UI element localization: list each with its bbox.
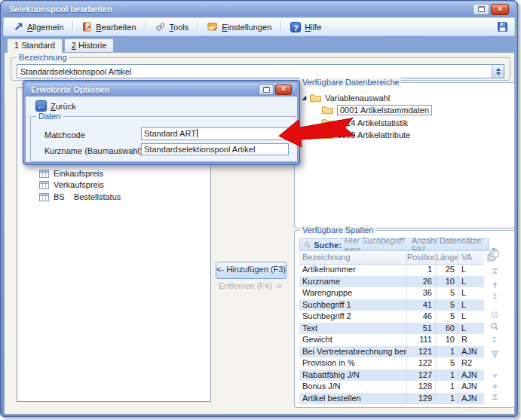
cell-pos[interactable]: 46	[407, 311, 436, 323]
close-button[interactable]: ×	[491, 4, 509, 15]
spinner-button[interactable]	[492, 65, 504, 78]
cell-len[interactable]: 5	[436, 299, 458, 311]
cell-va[interactable]: AJN	[458, 346, 484, 358]
cell-pos[interactable]: 122	[407, 357, 436, 369]
cell-va[interactable]: AJN	[458, 381, 484, 393]
cell-va[interactable]: L	[458, 311, 484, 323]
bezeichnung-combobox[interactable]: Standardselektionspool Artikel	[17, 64, 504, 78]
filter-icon[interactable]	[488, 348, 501, 359]
table-row[interactable]: Text5160L	[299, 323, 484, 335]
group-icon[interactable]: (|)	[488, 309, 501, 320]
table-row[interactable]: Bonus J/N1281AJN	[299, 381, 484, 393]
dialog-restore-button[interactable]	[259, 84, 274, 95]
save-button[interactable]	[497, 21, 508, 32]
cell-pos[interactable]: 51	[407, 323, 436, 335]
dialog-close-button[interactable]: ×	[275, 84, 292, 95]
toolbar-item-allgemein[interactable]: Allgemein	[10, 20, 67, 33]
cell-len[interactable]: 25	[436, 264, 458, 276]
table-row[interactable]: Artikelnummer125L	[299, 264, 484, 276]
tree-node[interactable]: 0014 Artikelstatistik	[322, 118, 408, 128]
cell-va[interactable]: L	[458, 299, 484, 311]
list-item[interactable]: BS Bestellstatus	[39, 192, 121, 202]
search-icon[interactable]	[488, 321, 501, 332]
header-laenge[interactable]: Länge	[436, 251, 458, 264]
cell-pos[interactable]: 128	[407, 381, 436, 393]
move-top-icon[interactable]	[488, 266, 501, 277]
cell-va[interactable]: L	[458, 287, 484, 299]
back-button[interactable]: ← Zurück	[32, 100, 79, 112]
expander-icon[interactable]: ◢	[302, 95, 306, 101]
tree-node[interactable]: 0000 Artikelattribute	[322, 130, 410, 140]
list-item[interactable]: Verkaufspreis	[39, 179, 104, 190]
cell-pos[interactable]: 127	[407, 369, 436, 382]
paste-icon[interactable]	[488, 247, 501, 258]
table-row[interactable]: Provision in %1225R2	[299, 357, 484, 369]
table-row[interactable]: Warengruppe365L	[299, 287, 484, 299]
cell-name[interactable]: Artikelnummer	[299, 264, 407, 276]
cell-len[interactable]: 1	[436, 346, 458, 358]
tree-node-root[interactable]: ◢ Variablenauswahl	[302, 93, 390, 103]
move-bottom-icon[interactable]	[488, 391, 501, 401]
cell-len[interactable]: 5	[436, 311, 458, 323]
cell-name[interactable]: Warengruppe	[299, 287, 407, 299]
add-button[interactable]: <- Hinzufügen (F3)	[216, 262, 287, 279]
scroll-up-icon[interactable]	[488, 291, 501, 302]
cell-name[interactable]: Kurzname	[299, 276, 407, 288]
table-row[interactable]: Rabattfähig J/N1271AJN	[299, 369, 484, 382]
cell-len[interactable]: 5	[436, 357, 458, 369]
table-row[interactable]: Suchbegriff 2465L	[299, 311, 484, 323]
move-down-icon[interactable]	[488, 371, 501, 382]
matchcode-field[interactable]: Standard ART	[141, 127, 290, 140]
cell-va[interactable]: AJN	[458, 393, 484, 405]
header-position[interactable]: Position	[407, 251, 436, 264]
cell-va[interactable]: R	[458, 334, 484, 346]
cell-name[interactable]: Artikel bestellen	[299, 393, 407, 405]
cell-name[interactable]: Gewicht	[299, 334, 407, 346]
toolbar-item-einstellungen[interactable]: Einstellungen	[204, 20, 275, 33]
cell-name[interactable]: Provision in %	[299, 357, 407, 369]
cell-name[interactable]: Bei Vertreterabrechnung berücksichtige	[299, 346, 407, 358]
cell-len[interactable]: 1	[436, 381, 458, 393]
cell-len[interactable]: 60	[436, 323, 458, 335]
cell-pos[interactable]: 129	[407, 393, 436, 405]
cell-len[interactable]: 10	[436, 276, 458, 288]
cell-va[interactable]: L	[458, 276, 484, 288]
restore-button[interactable]	[473, 4, 489, 15]
cell-len[interactable]: 1	[436, 393, 458, 405]
toolbar-item-bearbeiten[interactable]: Bearbeiten	[78, 20, 139, 33]
search-bar[interactable]: Suche: Hier Suchbegriff eing Anzahl Date…	[299, 238, 489, 251]
cell-pos[interactable]: 41	[407, 299, 436, 311]
toolbar-item-hilfe[interactable]: ? Hilfe	[287, 20, 325, 34]
cell-va[interactable]: L	[458, 264, 484, 276]
cell-pos[interactable]: 121	[407, 346, 436, 358]
tab-standard[interactable]: 1 Standard	[7, 38, 63, 53]
cell-va[interactable]: L	[458, 323, 484, 335]
cell-va[interactable]: AJN	[458, 369, 484, 382]
sum-icon[interactable]: Σ	[488, 334, 501, 345]
table-row[interactable]: Kurzname2610L	[299, 276, 484, 288]
table-row[interactable]: Bei Vertreterabrechnung berücksichtige12…	[299, 346, 484, 358]
cell-va[interactable]: R2	[458, 357, 484, 369]
header-bezeichnung[interactable]: Bezeichnung	[299, 251, 407, 264]
cell-pos[interactable]: 111	[407, 334, 436, 346]
cell-len[interactable]: 5	[436, 287, 458, 299]
table-row[interactable]: Suchbegriff 1415L	[299, 299, 484, 311]
list-item[interactable]: Einkaufspreis	[39, 168, 103, 179]
toolbar-item-tools[interactable]: Tools	[152, 20, 193, 33]
cell-name[interactable]: Rabattfähig J/N	[299, 369, 407, 382]
cell-pos[interactable]: 26	[407, 276, 436, 288]
cell-len[interactable]: 10	[436, 334, 458, 346]
cell-name[interactable]: Text	[299, 323, 407, 335]
kurzname-field[interactable]: Standardselektionspool Artikel	[141, 143, 289, 155]
cell-pos[interactable]: 36	[407, 287, 436, 299]
table-row[interactable]: Artikel bestellen1291AJN	[299, 393, 484, 405]
header-va[interactable]: VA	[458, 251, 484, 264]
cell-len[interactable]: 1	[436, 369, 458, 382]
navigate-icon[interactable]	[488, 381, 501, 391]
move-up-icon[interactable]	[488, 279, 501, 290]
cell-pos[interactable]: 1	[407, 264, 436, 276]
cell-name[interactable]: Suchbegriff 1	[299, 299, 407, 311]
tab-historie[interactable]: 2 Historie	[64, 38, 114, 52]
cell-name[interactable]: Suchbegriff 2	[299, 311, 407, 323]
cell-name[interactable]: Bonus J/N	[299, 381, 407, 393]
